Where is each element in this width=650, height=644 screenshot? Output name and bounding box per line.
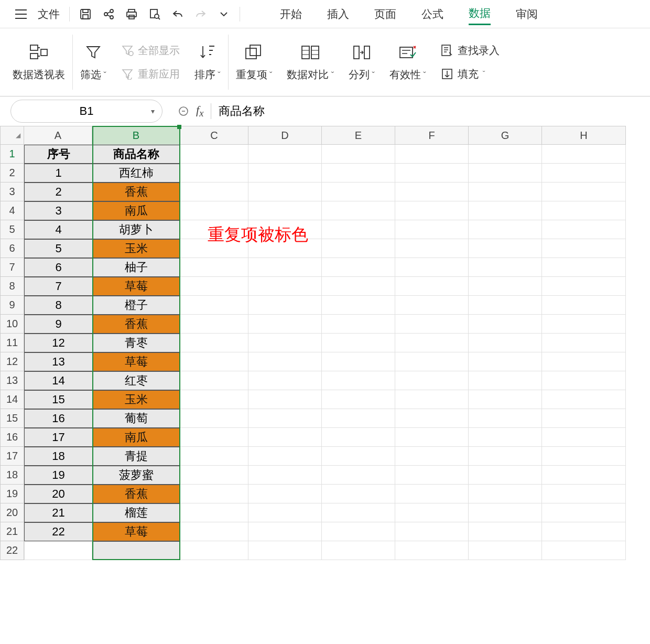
- cell-H21[interactable]: [542, 522, 626, 541]
- cell-A2[interactable]: 1: [24, 164, 92, 183]
- cell-C18[interactable]: [180, 466, 248, 485]
- cell-H20[interactable]: [542, 503, 626, 522]
- cell-D22[interactable]: [248, 541, 322, 560]
- cell-F13[interactable]: [395, 371, 469, 390]
- cell-G12[interactable]: [469, 352, 542, 371]
- cell-D12[interactable]: [248, 352, 322, 371]
- cell-H18[interactable]: [542, 466, 626, 485]
- cell-A16[interactable]: 17: [24, 428, 92, 447]
- cell-H4[interactable]: [542, 201, 626, 220]
- redo-icon[interactable]: [190, 4, 211, 25]
- cell-H10[interactable]: [542, 315, 626, 334]
- print-preview-icon[interactable]: [144, 4, 165, 25]
- cell-F14[interactable]: [395, 390, 469, 409]
- cell-B17[interactable]: 青提: [92, 447, 180, 466]
- cell-D7[interactable]: [248, 258, 322, 277]
- cell-G7[interactable]: [469, 258, 542, 277]
- cell-E22[interactable]: [322, 541, 395, 560]
- cell-D19[interactable]: [248, 485, 322, 503]
- cell-F8[interactable]: [395, 277, 469, 296]
- cell-D10[interactable]: [248, 315, 322, 334]
- row-header-5[interactable]: 5: [0, 220, 24, 239]
- cell-G6[interactable]: [469, 239, 542, 258]
- cell-D1[interactable]: [248, 145, 322, 164]
- file-menu[interactable]: 文件: [38, 7, 60, 22]
- row-header-13[interactable]: 13: [0, 371, 24, 390]
- cell-E6[interactable]: [322, 239, 395, 258]
- cell-E8[interactable]: [322, 277, 395, 296]
- cell-B1[interactable]: 商品名称: [92, 145, 180, 164]
- cell-A9[interactable]: 8: [24, 296, 92, 315]
- row-header-8[interactable]: 8: [0, 277, 24, 296]
- reapply-button[interactable]: 重新应用: [121, 67, 180, 81]
- filter-button[interactable]: 筛选: [73, 28, 114, 96]
- cell-H6[interactable]: [542, 239, 626, 258]
- select-all-corner[interactable]: ◢: [0, 126, 24, 145]
- cell-B12[interactable]: 草莓: [92, 352, 180, 371]
- cell-E11[interactable]: [322, 334, 395, 352]
- cell-C15[interactable]: [180, 409, 248, 428]
- compare-button[interactable]: 数据对比: [279, 28, 341, 96]
- cell-C5[interactable]: [180, 220, 248, 239]
- cell-C6[interactable]: [180, 239, 248, 258]
- show-all-button[interactable]: 全部显示: [121, 44, 180, 58]
- cell-H22[interactable]: [542, 541, 626, 560]
- cell-D15[interactable]: [248, 409, 322, 428]
- row-header-4[interactable]: 4: [0, 201, 24, 220]
- cell-C9[interactable]: [180, 296, 248, 315]
- cell-H19[interactable]: [542, 485, 626, 503]
- cell-A21[interactable]: 22: [24, 522, 92, 541]
- col-header-A[interactable]: A: [24, 126, 92, 145]
- cell-G13[interactable]: [469, 371, 542, 390]
- cell-F4[interactable]: [395, 201, 469, 220]
- row-header-19[interactable]: 19: [0, 485, 24, 503]
- cell-H13[interactable]: [542, 371, 626, 390]
- formula-content[interactable]: 商品名称: [219, 103, 265, 119]
- cell-E9[interactable]: [322, 296, 395, 315]
- formula-bar[interactable]: fx 商品名称: [173, 100, 640, 123]
- cell-H3[interactable]: [542, 183, 626, 201]
- cell-B20[interactable]: 榴莲: [92, 503, 180, 522]
- cell-A10[interactable]: 9: [24, 315, 92, 334]
- row-header-6[interactable]: 6: [0, 239, 24, 258]
- row-header-3[interactable]: 3: [0, 183, 24, 201]
- cell-A14[interactable]: 15: [24, 390, 92, 409]
- cell-B22[interactable]: [92, 541, 180, 560]
- cell-D2[interactable]: [248, 164, 322, 183]
- row-header-1[interactable]: 1: [0, 145, 24, 164]
- cell-A5[interactable]: 4: [24, 220, 92, 239]
- cell-E18[interactable]: [322, 466, 395, 485]
- cell-G18[interactable]: [469, 466, 542, 485]
- save-icon[interactable]: [75, 4, 96, 25]
- cell-F18[interactable]: [395, 466, 469, 485]
- cell-F11[interactable]: [395, 334, 469, 352]
- cell-E3[interactable]: [322, 183, 395, 201]
- cell-B19[interactable]: 香蕉: [92, 485, 180, 503]
- cell-C1[interactable]: [180, 145, 248, 164]
- cell-G9[interactable]: [469, 296, 542, 315]
- cell-A1[interactable]: 序号: [24, 145, 92, 164]
- cell-B13[interactable]: 红枣: [92, 371, 180, 390]
- chevron-down-icon[interactable]: ▾: [151, 107, 155, 115]
- cell-B14[interactable]: 玉米: [92, 390, 180, 409]
- col-header-C[interactable]: C: [180, 126, 248, 145]
- cell-H14[interactable]: [542, 390, 626, 409]
- share-icon[interactable]: [98, 4, 119, 25]
- cell-A20[interactable]: 21: [24, 503, 92, 522]
- cell-E2[interactable]: [322, 164, 395, 183]
- cell-F2[interactable]: [395, 164, 469, 183]
- cell-G5[interactable]: [469, 220, 542, 239]
- cell-F9[interactable]: [395, 296, 469, 315]
- cell-C12[interactable]: [180, 352, 248, 371]
- cell-G8[interactable]: [469, 277, 542, 296]
- cell-C3[interactable]: [180, 183, 248, 201]
- cell-G14[interactable]: [469, 390, 542, 409]
- cell-E10[interactable]: [322, 315, 395, 334]
- cell-F17[interactable]: [395, 447, 469, 466]
- cell-D17[interactable]: [248, 447, 322, 466]
- duplicates-button[interactable]: 重复项: [229, 28, 280, 96]
- row-header-11[interactable]: 11: [0, 334, 24, 352]
- cell-B21[interactable]: 草莓: [92, 522, 180, 541]
- cell-C8[interactable]: [180, 277, 248, 296]
- cell-H11[interactable]: [542, 334, 626, 352]
